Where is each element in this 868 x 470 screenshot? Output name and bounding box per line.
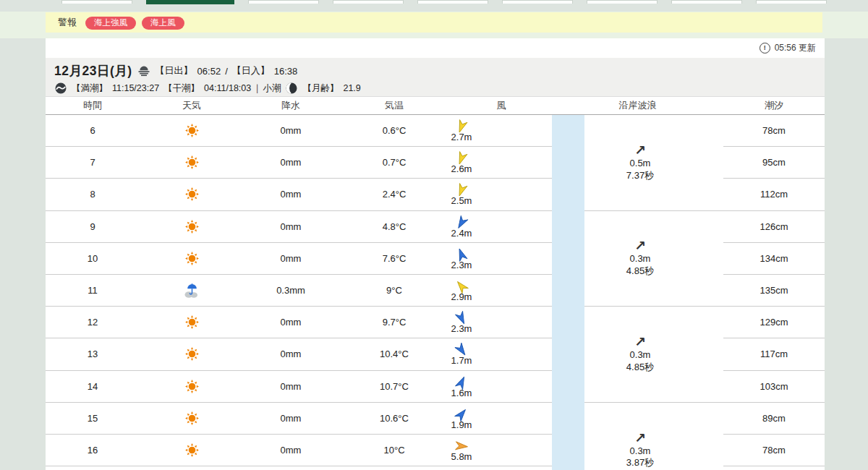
wave-period: 7.37秒	[626, 170, 654, 182]
nav-tab-active[interactable]	[146, 0, 234, 4]
warning-badge[interactable]: 海上強風	[85, 17, 136, 30]
wave-group-cell: ↗0.5m7.37秒	[584, 115, 723, 211]
wind-cell: 2.6m	[451, 147, 552, 179]
wave-direction-icon: ↗	[634, 143, 646, 157]
column-header: 沿岸波浪	[552, 97, 723, 115]
column-header: 降水	[244, 97, 338, 115]
time-cell: 7	[46, 147, 140, 179]
weather-sunny-icon	[140, 243, 244, 275]
weather-sunny-icon	[140, 211, 244, 243]
wave-band	[552, 115, 584, 470]
tide-cell: 129cm	[723, 307, 825, 338]
wind-cell: 5.8m	[451, 435, 552, 466]
time-cell: 8	[46, 179, 140, 210]
tide-wave-icon	[54, 82, 67, 95]
time-cell: 12	[46, 307, 140, 338]
wind-direction-arrow: 2.3m	[451, 311, 472, 333]
high-tide-label: 【満潮】	[72, 82, 108, 95]
warning-label: 警報	[58, 16, 77, 29]
nav-tab[interactable]	[61, 0, 132, 4]
time-cell: 16	[46, 435, 140, 466]
wind-cell: 1.9m	[451, 403, 552, 435]
wave-group-cell: ↗0.3m4.85秒	[584, 211, 723, 307]
time-cell: 14	[46, 371, 140, 403]
temp-cell: 10.7°C	[338, 371, 451, 403]
low-tide-label: 【干潮】	[163, 82, 200, 95]
wind-cell: 2.9m	[451, 275, 552, 307]
temp-cell: 10.4°C	[338, 338, 451, 370]
weather-sunny-icon	[140, 403, 244, 435]
temp-cell: 9°C	[338, 275, 451, 307]
column-header: 天気	[140, 97, 244, 115]
moon-age-label: 【月齢】	[302, 82, 339, 95]
wind-direction-arrow: 2.3m	[451, 247, 472, 270]
weather-sunny-icon	[140, 115, 244, 147]
nav-tab[interactable]	[587, 0, 658, 4]
tide-cell: 89cm	[723, 403, 825, 435]
forecast-table: 時間天気降水気温風沿岸波浪潮汐60mm0.6°C 2.7m78cm70mm0.7…	[46, 96, 825, 470]
wave-group-cell: ↗0.3m3.87秒	[584, 403, 723, 470]
nav-tab[interactable]	[333, 0, 404, 4]
wind-cell: 2.4m	[451, 211, 552, 243]
wave-height: 0.5m	[630, 158, 651, 170]
moon-age: 21.9	[343, 83, 360, 93]
temp-cell: 10.6°C	[338, 403, 451, 435]
partial-row-cell	[46, 466, 140, 470]
content-panel: ! 05:56 更新 12月23日(月) 【日出】06:52 / 【日入】16:…	[46, 38, 825, 470]
time-cell: 13	[46, 338, 140, 370]
weather-rain-icon	[140, 275, 244, 307]
nav-tab[interactable]	[248, 0, 319, 4]
precip-cell: 0mm	[244, 115, 338, 147]
time-cell: 9	[46, 211, 140, 243]
wave-direction-icon: ↗	[634, 431, 646, 445]
tide-cell: 112cm	[723, 179, 825, 210]
nav-tab[interactable]	[417, 0, 488, 4]
wave-info: ↗0.5m7.37秒	[626, 143, 654, 182]
weather-sunny-icon	[140, 371, 244, 403]
column-header: 時間	[46, 97, 140, 115]
partial-row-cell	[723, 466, 825, 470]
temp-cell: 4.8°C	[338, 211, 451, 243]
low-tide-times: 04:11/18:03	[204, 83, 251, 93]
wave-height: 0.3m	[630, 349, 651, 362]
precip-cell: 0mm	[244, 179, 338, 210]
high-tide-times: 11:15/23:27	[112, 83, 159, 93]
precip-cell: 0mm	[244, 403, 338, 435]
wave-info: ↗0.3m4.85秒	[626, 239, 654, 278]
weather-sunny-icon	[140, 147, 244, 179]
wave-info: ↗0.3m3.87秒	[626, 431, 654, 470]
date-header: 12月23日(月) 【日出】06:52 / 【日入】16:38 【満潮】	[46, 58, 825, 96]
weather-sunny-icon	[140, 435, 244, 466]
warning-bar: 警報 海上強風海上風	[46, 12, 822, 33]
sunrise-time: 06:52	[197, 66, 221, 77]
wind-direction-arrow: 2.9m	[451, 279, 472, 302]
nav-tab[interactable]	[671, 0, 742, 4]
nav-tab[interactable]	[502, 0, 573, 4]
partial-row-cell	[244, 466, 338, 470]
time-cell: 10	[46, 243, 140, 275]
tide-cell: 134cm	[723, 243, 825, 275]
precip-cell: 0mm	[244, 371, 338, 403]
time-cell: 15	[46, 403, 140, 435]
warning-pills: 海上強風海上風	[85, 15, 190, 30]
updated-time: 05:56 更新	[775, 42, 816, 54]
wind-cell: 2.7m	[451, 115, 552, 147]
wave-info: ↗0.3m4.85秒	[626, 335, 654, 374]
precip-cell: 0mm	[244, 435, 338, 466]
tide-divider: ｜	[252, 82, 261, 95]
tide-phase: 小潮	[263, 82, 281, 95]
warning-badge[interactable]: 海上風	[142, 17, 184, 30]
wind-cell: 2.3m	[451, 243, 552, 275]
wind-direction-arrow: 2.7m	[451, 119, 472, 142]
nav-tab[interactable]	[756, 0, 827, 4]
moon-icon	[285, 82, 298, 95]
sunset-time: 16:38	[274, 66, 298, 77]
column-header: 風	[451, 97, 552, 115]
temp-cell: 2.4°C	[338, 179, 451, 210]
wave-group-cell: ↗0.3m4.85秒	[584, 307, 723, 403]
temp-cell: 10°C	[338, 435, 451, 466]
wind-direction-arrow: 1.7m	[451, 343, 472, 365]
sun-separator: /	[225, 66, 228, 77]
wind-cell: 2.3m	[451, 307, 552, 338]
wave-height: 0.3m	[630, 253, 651, 265]
